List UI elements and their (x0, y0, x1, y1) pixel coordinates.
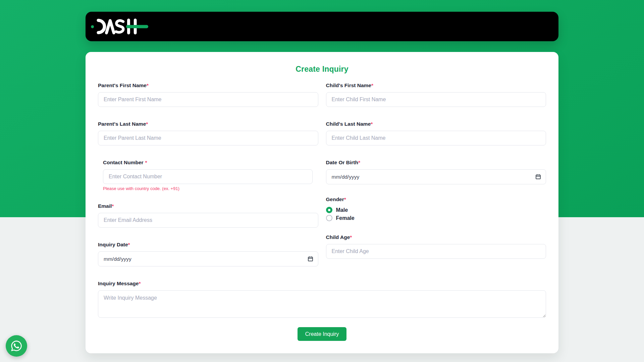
calendar-icon[interactable] (308, 256, 313, 262)
parent-last-name-label: Parent's Last Name* (98, 121, 318, 127)
inquiry-date-label: Inquiry Date* (98, 242, 318, 248)
form-actions: Create Inquiry (98, 327, 546, 341)
contact-number-input[interactable] (103, 169, 313, 184)
email-input[interactable] (98, 213, 318, 228)
calendar-icon[interactable] (535, 174, 541, 180)
radio-male[interactable] (326, 207, 332, 213)
date-placeholder-text: mm/dd/yyyy (104, 256, 131, 262)
child-age-label: Child Age* (326, 234, 546, 240)
required-marker: * (371, 82, 373, 88)
date-of-birth-label: Date Or Birth* (326, 160, 546, 166)
dash-logo (90, 17, 149, 36)
label-text: Contact Number (103, 160, 144, 165)
label-text: Date Or Birth (326, 160, 358, 165)
form-columns: Parent's First Name* Parent's Last Name*… (98, 82, 546, 281)
inquiry-date-input[interactable]: mm/dd/yyyy (98, 251, 318, 266)
inquiry-message-textarea[interactable] (98, 290, 546, 318)
radio-male-label: Male (336, 207, 348, 213)
child-first-name-label: Child's First Name* (326, 82, 546, 88)
gender-option-male[interactable]: Male (326, 207, 546, 213)
child-age-group: Child Age* (326, 234, 546, 259)
required-marker: * (371, 121, 373, 127)
gender-group: Gender* Male Female (326, 196, 546, 221)
child-last-name-label: Child's Last Name* (326, 121, 546, 127)
required-marker: * (358, 160, 360, 165)
child-last-name-input[interactable] (326, 131, 546, 145)
contact-number-group: Contact Number* Please use with country … (98, 160, 318, 191)
required-marker: * (344, 196, 346, 202)
email-group: Email* (98, 203, 318, 228)
child-last-name-group: Child's Last Name* (326, 121, 546, 145)
parent-last-name-group: Parent's Last Name* (98, 121, 318, 145)
page-title: Create Inquiry (98, 65, 546, 74)
dash-logo-graphic (90, 17, 149, 36)
inquiry-message-label: Inquiry Message* (98, 281, 546, 287)
contact-number-label: Contact Number* (103, 160, 313, 166)
header-bar (86, 12, 558, 41)
label-text: Child's Last Name (326, 121, 371, 127)
whatsapp-icon (10, 340, 22, 352)
date-of-birth-input[interactable]: mm/dd/yyyy (326, 169, 546, 184)
inquiry-card: Create Inquiry Parent's First Name* Pare… (86, 52, 558, 353)
right-column: Child's First Name* Child's Last Name* D… (326, 82, 546, 281)
label-text: Gender (326, 196, 344, 202)
parent-first-name-group: Parent's First Name* (98, 82, 318, 107)
label-text: Child Age (326, 234, 350, 240)
whatsapp-button[interactable] (6, 335, 27, 357)
required-marker: * (112, 203, 114, 209)
parent-first-name-label: Parent's First Name* (98, 82, 318, 88)
required-marker: * (350, 234, 352, 240)
label-text: Inquiry Date (98, 242, 128, 247)
inquiry-message-group: Inquiry Message* (98, 281, 546, 319)
gender-label: Gender* (326, 196, 546, 202)
inquiry-date-group: Inquiry Date* mm/dd/yyyy (98, 242, 318, 266)
email-label: Email* (98, 203, 318, 209)
left-column: Parent's First Name* Parent's Last Name*… (98, 82, 318, 281)
label-text: Parent's Last Name (98, 121, 146, 127)
contact-number-helper: Please use with country code. (ex. +91) (103, 186, 313, 191)
radio-female-label: Female (336, 215, 355, 221)
date-of-birth-group: Date Or Birth* mm/dd/yyyy (326, 160, 546, 184)
label-text: Child's First Name (326, 82, 371, 88)
create-inquiry-button[interactable]: Create Inquiry (298, 327, 347, 341)
required-marker: * (139, 281, 141, 286)
label-text: Inquiry Message (98, 281, 139, 286)
child-first-name-input[interactable] (326, 92, 546, 107)
label-text: Parent's First Name (98, 82, 147, 88)
required-marker: * (145, 160, 147, 165)
gender-option-female[interactable]: Female (326, 215, 546, 221)
required-marker: * (128, 242, 130, 247)
date-placeholder-text: mm/dd/yyyy (332, 174, 360, 180)
child-first-name-group: Child's First Name* (326, 82, 546, 107)
label-text: Email (98, 203, 112, 209)
required-marker: * (147, 82, 149, 88)
child-age-input[interactable] (326, 244, 546, 259)
radio-female[interactable] (326, 215, 332, 221)
required-marker: * (146, 121, 148, 127)
parent-last-name-input[interactable] (98, 131, 318, 145)
parent-first-name-input[interactable] (98, 92, 318, 107)
content-shell: Create Inquiry Parent's First Name* Pare… (86, 0, 558, 353)
